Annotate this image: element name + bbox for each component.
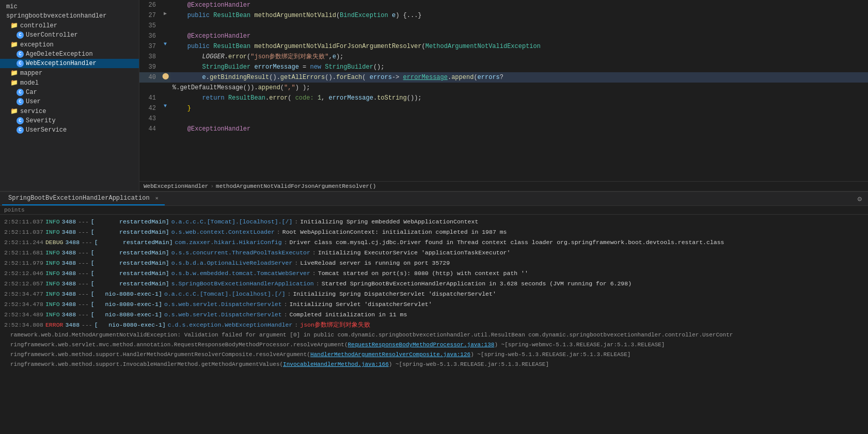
line-number: 43 [139, 114, 160, 124]
sidebar-item-webexceptionhandler[interactable]: C WebExceptionHandler [0, 59, 139, 68]
log-thread: [ nio-8080-exec-1] [91, 290, 162, 299]
sidebar-item-mic[interactable]: mic [0, 2, 139, 11]
log-message: Initializing Spring DispatcherServlet 'd… [293, 290, 496, 299]
line-gutter: ▼ [160, 41, 170, 47]
sidebar-item-label: User [26, 98, 41, 105]
log-thread: [ restartedMain] [91, 269, 169, 278]
log-line-7: 2:52:12.057 INFO 3488 --- [ restartedMai… [0, 279, 868, 289]
log-level: ERROR [45, 320, 64, 330]
log-time: 2:52:34.489 [4, 310, 43, 319]
sidebar-item-model[interactable]: 📁 model [0, 78, 139, 88]
tab-springboot-app[interactable]: SpringBootBvExcetionHandlerApplication ✕ [2, 192, 165, 205]
log-class[interactable]: c.d.s.exception.WebExceptionHandler [168, 320, 293, 330]
log-class[interactable]: o.s.web.context.ContextLoader [171, 228, 275, 237]
folder-icon: 📁 [10, 107, 18, 115]
sidebar-item-user[interactable]: C User [0, 97, 139, 106]
log-pid: 3488 [62, 217, 76, 227]
log-dash: --- [78, 279, 89, 288]
log-message: Initializing Spring embedded WebApplicat… [300, 217, 478, 227]
log-class[interactable]: o.s.web.servlet.DispatcherServlet [164, 300, 282, 309]
sidebar-item-car[interactable]: C Car [0, 88, 139, 97]
code-line-27: 27 ▶ public ResultBean methodArgumentNot… [139, 10, 868, 21]
log-pid: 3488 [65, 320, 80, 330]
breadcrumb: WebExceptionHandler › methodArgumentNotV… [139, 181, 868, 191]
code-lines: 26 @ExceptionHandler 27 ▶ public ResultB… [139, 0, 868, 181]
sidebar-item-label: controller [20, 22, 57, 29]
sidebar-item-service[interactable]: 📁 service [0, 106, 139, 116]
stacktrace-link[interactable]: InvocableHandlerMethod.java:166 [283, 361, 389, 367]
line-number: 38 [139, 52, 160, 62]
tab-close-button[interactable]: ✕ [155, 196, 159, 201]
sidebar: mic springbootbvexcetionhandler 📁 contro… [0, 0, 139, 191]
log-message: LiveReload server is running on port 357… [300, 259, 450, 268]
log-level: INFO [45, 228, 60, 237]
log-class[interactable]: o.s.s.concurrent.ThreadPoolTaskExecutor [171, 248, 310, 258]
sidebar-item-springbootbvexcetionhandler[interactable]: springbootbvexcetionhandler [0, 11, 139, 21]
log-time: 2:52:12.057 [4, 279, 43, 288]
fold-icon[interactable]: ▼ [164, 103, 167, 109]
log-dash: --- [78, 217, 89, 227]
log-line-10: 2:52:34.489 INFO 3488 --- [ nio-8080-exe… [0, 310, 868, 320]
sidebar-item-usercontroller[interactable]: C UserController [0, 30, 139, 40]
log-sep: : [284, 238, 288, 247]
log-class[interactable]: s.SpringBootBvExcetionHandlerApplication [171, 279, 314, 288]
sidebar-item-label: model [20, 79, 39, 87]
class-icon: C [17, 98, 24, 105]
class-icon: C [17, 51, 24, 58]
sidebar-item-mapper[interactable]: 📁 mapper [0, 68, 139, 78]
breadcrumb-class[interactable]: WebExceptionHandler [144, 183, 208, 189]
line-number: 37 [139, 41, 160, 52]
sidebar-item-label: service [20, 108, 46, 115]
sidebar-item-userservice[interactable]: C UserService [0, 125, 139, 135]
line-body [170, 21, 868, 31]
line-body: @ExceptionHandler [170, 31, 868, 41]
class-icon: C [17, 89, 24, 96]
breadcrumb-separator: › [210, 183, 214, 189]
sidebar-item-agedeleteexception[interactable]: C AgeDeleteException [0, 50, 139, 59]
code-content[interactable]: 26 @ExceptionHandler 27 ▶ public ResultB… [139, 0, 868, 181]
console-output[interactable]: 2:52:11.037 INFO 3488 --- [ restartedMai… [0, 215, 868, 434]
stacktrace-line-2: ringframework.web.servlet.mvc.method.ann… [0, 340, 868, 350]
fold-icon[interactable]: ▶ [164, 10, 167, 17]
log-pid: 3488 [65, 238, 80, 247]
stacktrace-link[interactable]: HandlerMethodArgumentResolverComposite.j… [310, 351, 470, 358]
sidebar-item-label: AgeDeleteException [26, 51, 93, 58]
settings-icon[interactable]: ⚙ [854, 192, 866, 205]
folder-icon: 📁 [10, 22, 18, 29]
fold-icon[interactable]: ▼ [164, 41, 167, 47]
log-thread: [ restartedMain] [91, 228, 169, 237]
log-class[interactable]: o.a.c.c.C.[Tomcat].[localhost].[/] [171, 217, 293, 227]
log-class[interactable]: o.s.web.servlet.DispatcherServlet [164, 310, 282, 319]
log-class[interactable]: o.s.b.w.embedded.tomcat.TomcatWebServer [171, 269, 310, 278]
stacktrace-line-4: ringframework.web.method.support.Invocab… [0, 360, 868, 369]
class-icon: C [17, 31, 24, 39]
log-time: 2:52:11.979 [4, 259, 43, 268]
sidebar-item-controller[interactable]: 📁 controller [0, 21, 139, 30]
sidebar-item-severity[interactable]: C Severity [0, 116, 139, 125]
breadcrumb-method[interactable]: methodArgumentNotValidForJsonArgumentRes… [216, 183, 376, 189]
log-message: Started SpringBootBvExcetionHandlerAppli… [322, 279, 632, 288]
log-message: Root WebApplicationContext: initializati… [282, 228, 507, 237]
log-line-6: 2:52:12.046 INFO 3488 --- [ restartedMai… [0, 268, 868, 279]
line-body: @ExceptionHandler [170, 0, 868, 10]
line-number: 27 [139, 10, 160, 21]
line-number: 39 [139, 62, 160, 72]
line-body: StringBuilder errorMessage = new StringB… [170, 62, 868, 72]
line-body [170, 114, 868, 124]
log-time: 2:52:12.046 [4, 269, 43, 278]
line-number: 44 [139, 124, 160, 134]
line-body: LOGGER.error("json参数绑定到对象失败",e); [170, 52, 868, 62]
log-class[interactable]: o.s.b.d.a.OptionalLiveReloadServer [171, 259, 293, 268]
sidebar-item-exception[interactable]: 📁 exception [0, 40, 139, 50]
log-sep: : [284, 310, 288, 319]
code-line-36: 36 @ExceptionHandler [139, 31, 868, 41]
stacktrace-link[interactable]: RequestResponseBodyMethodProcessor.java:… [348, 342, 495, 348]
log-line-8: 2:52:34.477 INFO 3488 --- [ nio-8080-exe… [0, 289, 868, 299]
log-class[interactable]: o.a.c.c.C.[Tomcat].[localhost].[/] [164, 290, 286, 299]
log-class[interactable]: com.zaxxer.hikari.HikariConfig [175, 238, 282, 247]
log-line-5: 2:52:11.979 INFO 3488 --- [ restartedMai… [0, 258, 868, 268]
log-message: Tomcat started on port(s): 8080 (http) w… [318, 269, 528, 278]
line-body: %.getDefaultMessage()).append(",") ); [170, 83, 868, 93]
log-level: INFO [45, 279, 60, 288]
line-number: 41 [139, 93, 160, 103]
